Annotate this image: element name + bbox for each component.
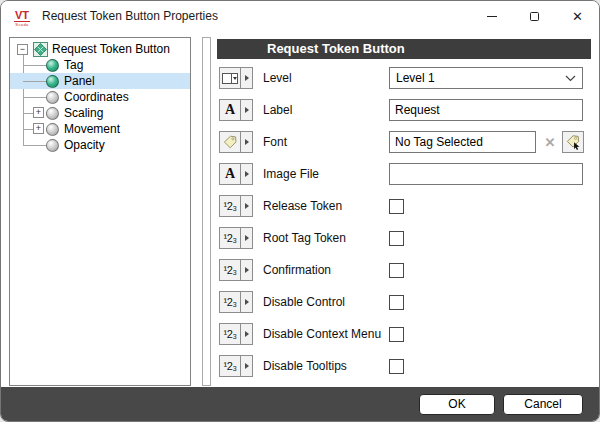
- numeric-icon[interactable]: ¹2₃: [219, 291, 241, 313]
- clear-tag-button[interactable]: ✕: [541, 132, 559, 152]
- window-controls: ✕: [470, 1, 599, 31]
- font-style-icon[interactable]: A: [219, 163, 241, 185]
- confirmation-checkbox[interactable]: [389, 263, 404, 278]
- disable-context-menu-checkbox[interactable]: [389, 327, 404, 342]
- disable-tooltips-checkbox[interactable]: [389, 359, 404, 374]
- tree-item-label: Scaling: [64, 106, 103, 120]
- tree-item-label: Panel: [64, 74, 95, 88]
- font-style-icon[interactable]: A: [219, 99, 241, 121]
- flyout-expander-icon[interactable]: [241, 163, 253, 185]
- flyout-expander-icon[interactable]: [241, 291, 253, 313]
- minimize-button[interactable]: [470, 1, 513, 31]
- maximize-icon: [530, 12, 539, 21]
- property-row-level: Level Level 1: [217, 62, 591, 94]
- flyout-expander-icon[interactable]: [241, 227, 253, 249]
- tree-item-coordinates[interactable]: Coordinates: [10, 89, 190, 105]
- numeric-icon[interactable]: ¹2₃: [219, 355, 241, 377]
- property-row-disable-control: ¹2₃ Disable Control: [217, 286, 591, 318]
- property-type-button-group: ¹2₃: [219, 323, 253, 345]
- numeric-icon[interactable]: ¹2₃: [219, 259, 241, 281]
- widget-icon: [33, 42, 48, 57]
- field-label: Level: [263, 71, 385, 85]
- property-type-button-group: ¹2₃: [219, 355, 253, 377]
- window-title: Request Token Button Properties: [42, 9, 218, 23]
- status-sphere-icon: [46, 75, 59, 88]
- field-label: Disable Tooltips: [263, 359, 385, 373]
- tree-item-panel[interactable]: Panel: [10, 73, 190, 89]
- cancel-button[interactable]: Cancel: [503, 394, 583, 415]
- tree-expand-box[interactable]: +: [33, 123, 44, 134]
- property-type-button-group: ¹2₃: [219, 195, 253, 217]
- title-bar: VT Scada Request Token Button Properties…: [1, 1, 599, 31]
- tree-item-opacity[interactable]: Opacity: [10, 137, 190, 153]
- clear-icon: ✕: [545, 135, 556, 150]
- flyout-expander-icon[interactable]: [241, 67, 253, 89]
- field-label: Image File: [263, 167, 385, 181]
- property-type-button-group: [219, 131, 253, 153]
- property-row-image-file: A Image File: [217, 158, 591, 190]
- property-row-disable-tooltips: ¹2₃ Disable Tooltips: [217, 350, 591, 382]
- level-dropdown[interactable]: Level 1: [389, 67, 583, 89]
- minimize-icon: [487, 16, 497, 17]
- property-type-button-group: ¹2₃: [219, 291, 253, 313]
- property-row-font: Font ✕: [217, 126, 591, 158]
- property-row-disable-context-menu: ¹2₃ Disable Context Menu: [217, 318, 591, 350]
- label-input[interactable]: [389, 99, 583, 121]
- flyout-expander-icon[interactable]: [241, 259, 253, 281]
- property-row-root-tag-token: ¹2₃ Root Tag Token: [217, 222, 591, 254]
- numeric-icon[interactable]: ¹2₃: [219, 323, 241, 345]
- close-button[interactable]: ✕: [556, 1, 599, 31]
- properties-panel: Request Token Button Level Level 1: [217, 39, 591, 382]
- tree-expand-box[interactable]: +: [33, 107, 44, 118]
- tree-item-request-token-button[interactable]: − Request Token Button: [10, 41, 190, 57]
- tree-item-movement[interactable]: + Movement: [10, 121, 190, 137]
- select-tag-button[interactable]: [562, 131, 584, 153]
- tag-icon[interactable]: [219, 131, 241, 153]
- property-type-button-group: [219, 67, 253, 89]
- tree-item-label: Request Token Button: [52, 42, 170, 56]
- tree-item-scaling[interactable]: + Scaling: [10, 105, 190, 121]
- flyout-expander-icon[interactable]: [241, 355, 253, 377]
- tree-collapse-box[interactable]: −: [17, 44, 28, 55]
- field-label: Disable Context Menu: [263, 327, 385, 341]
- tree-item-label: Movement: [64, 122, 120, 136]
- close-icon: ✕: [572, 9, 583, 24]
- property-type-button-group: ¹2₃: [219, 227, 253, 249]
- root-tag-token-checkbox[interactable]: [389, 231, 404, 246]
- field-label: Release Token: [263, 199, 385, 213]
- field-label: Label: [263, 103, 385, 117]
- property-row-release-token: ¹2₃ Release Token: [217, 190, 591, 222]
- flyout-expander-icon[interactable]: [241, 195, 253, 217]
- property-row-confirmation: ¹2₃ Confirmation: [217, 254, 591, 286]
- numeric-icon[interactable]: ¹2₃: [219, 227, 241, 249]
- panel-title: Request Token Button: [217, 39, 591, 59]
- field-label: Root Tag Token: [263, 231, 385, 245]
- tree-item-label: Opacity: [64, 138, 105, 152]
- font-tag-input[interactable]: [389, 131, 536, 153]
- property-type-button-group: ¹2₃: [219, 259, 253, 281]
- property-type-button-group: A: [219, 99, 253, 121]
- dialog-footer: OK Cancel: [1, 387, 599, 421]
- flyout-expander-icon[interactable]: [241, 323, 253, 345]
- chevron-down-icon: [565, 75, 576, 82]
- status-sphere-icon: [46, 107, 59, 120]
- disable-control-checkbox[interactable]: [389, 295, 404, 310]
- tree-item-label: Tag: [64, 58, 83, 72]
- properties-dialog: VT Scada Request Token Button Properties…: [0, 0, 600, 422]
- status-sphere-icon: [46, 91, 59, 104]
- status-sphere-icon: [46, 59, 59, 72]
- image-file-input[interactable]: [389, 163, 583, 185]
- combobox-icon[interactable]: [219, 67, 241, 89]
- release-token-checkbox[interactable]: [389, 199, 404, 214]
- field-label: Disable Control: [263, 295, 385, 309]
- flyout-expander-icon[interactable]: [241, 131, 253, 153]
- numeric-icon[interactable]: ¹2₃: [219, 195, 241, 217]
- dropdown-value: Level 1: [396, 71, 435, 85]
- ok-button[interactable]: OK: [419, 394, 495, 415]
- property-type-button-group: A: [219, 163, 253, 185]
- maximize-button[interactable]: [513, 1, 556, 31]
- vtscada-logo-icon: VT Scada: [11, 6, 33, 27]
- flyout-expander-icon[interactable]: [241, 99, 253, 121]
- panel-splitter[interactable]: [202, 37, 211, 386]
- tree-item-tag[interactable]: Tag: [10, 57, 190, 73]
